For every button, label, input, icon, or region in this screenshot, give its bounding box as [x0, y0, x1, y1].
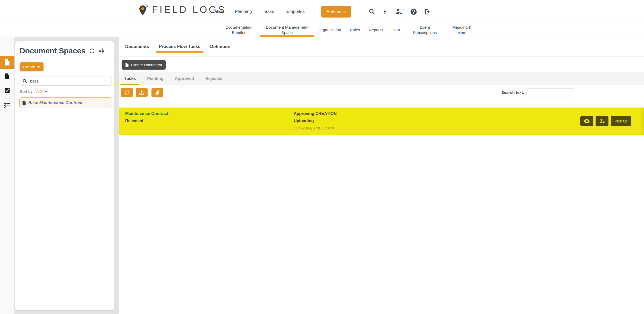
caret-down-icon [37, 66, 40, 68]
nav-planning[interactable]: Planning [235, 9, 252, 14]
refresh-icon [124, 90, 130, 95]
rail-item-tasks[interactable] [0, 87, 14, 94]
nav-tasks[interactable]: Tasks [263, 9, 274, 14]
tab-definition[interactable]: Definition [210, 37, 230, 56]
subtab-approved[interactable]: Approved [175, 72, 194, 85]
create-document-row: Create Document [119, 57, 644, 72]
task-step: Approving CREATION [294, 111, 337, 116]
panel-title: Document Spaces [20, 46, 86, 55]
enterprise-button[interactable]: Enterprise [321, 6, 351, 18]
rail-item-document-spaces[interactable] [0, 56, 14, 69]
task-status: Released [125, 119, 168, 123]
space-item-name: Base Maintenance Contract [28, 101, 82, 105]
subtab-tasks[interactable]: Tasks [124, 72, 136, 85]
subnav-documentation-bundles[interactable]: Documentation Bundles [218, 23, 260, 37]
create-document-button[interactable]: Create Document [122, 60, 166, 70]
task-search-input[interactable] [526, 88, 575, 96]
sort-control[interactable]: Sort by : A-Z [20, 89, 48, 94]
collapse-icon[interactable] [99, 48, 105, 54]
divider [3, 83, 11, 83]
nav-inbox[interactable]: Inbox [213, 9, 224, 14]
task-toolbar: Search text: [119, 85, 644, 108]
assign-user-button[interactable] [596, 116, 608, 126]
task-search-group: Search text: [501, 88, 575, 96]
chevron-down-icon [44, 90, 48, 93]
document-icon [22, 101, 26, 105]
subnav-document-management-space[interactable]: Document Management Space [260, 23, 314, 37]
search-icon [22, 79, 27, 84]
create-document-label: Create Document [131, 63, 162, 67]
header-icons [368, 8, 431, 15]
document-spaces-module: Document Spaces Create [14, 37, 119, 314]
tab-documents[interactable]: Documents [125, 37, 149, 56]
view-task-button[interactable] [580, 116, 593, 126]
rail-item-checklist[interactable] [0, 102, 14, 109]
create-space-button[interactable]: Create [20, 62, 44, 71]
space-tabbar: Documents Process Flow Tasks Definition [119, 37, 644, 57]
sort-value: A-Z [36, 89, 43, 94]
space-list-item-selected[interactable]: Base Maintenance Contract [19, 97, 112, 108]
document-lines-icon [5, 73, 10, 79]
document-spaces-panel: Document Spaces Create [15, 41, 114, 310]
space-search-box [20, 77, 112, 86]
help-icon[interactable] [410, 8, 417, 15]
download-icon [139, 90, 144, 95]
subnav-event-subscriptions[interactable]: Event Subscriptions [404, 23, 445, 37]
refresh-icon[interactable] [89, 48, 95, 54]
task-actions: Pick up [580, 116, 631, 126]
subnav-flagging-more[interactable]: Flagging & More [445, 23, 479, 37]
eye-icon [584, 119, 590, 123]
top-header: FIELD LOGS Inbox Planning Tasks Template… [0, 0, 644, 23]
subtab-rejected[interactable]: Rejected [205, 72, 223, 85]
lightning-icon[interactable] [382, 8, 388, 15]
task-row-highlighted[interactable]: Maintenance Contract Released Approving … [119, 108, 644, 135]
task-timestamp: 11/5/2024, 7:00:53 PM [294, 126, 337, 130]
subtab-pending[interactable]: Pending [147, 72, 163, 85]
header-nav: Inbox Planning Tasks Templates Enterpris… [213, 0, 431, 23]
left-icon-rail [0, 37, 14, 314]
subnav-reports[interactable]: Reports [365, 23, 387, 37]
pick-up-button[interactable]: Pick up [611, 116, 631, 126]
tab-process-flow-tasks[interactable]: Process Flow Tasks [159, 37, 200, 56]
copy-button[interactable] [151, 88, 163, 97]
subnav-organization[interactable]: Organization [314, 23, 345, 37]
enterprise-subnav: Documentation Bundles Document Managemen… [0, 23, 644, 37]
app-window: FIELD LOGS Inbox Planning Tasks Template… [0, 0, 644, 314]
rail-item-documents[interactable] [0, 73, 14, 80]
create-button-label: Create [23, 65, 35, 69]
location-pin-icon [138, 4, 148, 16]
check-square-icon [4, 87, 10, 94]
search-icon[interactable] [368, 8, 375, 15]
task-subtabs: Tasks Pending Approved Rejected [119, 72, 644, 85]
nav-templates[interactable]: Templates [285, 9, 304, 14]
task-phase: Uploading [294, 119, 337, 123]
search-text-label: Search text: [501, 90, 524, 95]
task-document-name: Maintenance Contract [125, 111, 168, 116]
refresh-button[interactable] [121, 88, 133, 97]
assign-user-icon [599, 118, 605, 124]
logout-icon[interactable] [424, 8, 431, 15]
copy-icon [155, 90, 160, 95]
row-scroll-strip [641, 108, 644, 135]
main-content: Documents Process Flow Tasks Definition … [119, 37, 644, 314]
space-search-input[interactable] [30, 79, 109, 84]
checklist-icon [4, 102, 11, 108]
subnav-data[interactable]: Data [387, 23, 404, 37]
brand-logo[interactable]: FIELD LOGS [138, 4, 226, 16]
document-icon [4, 59, 10, 66]
user-settings-icon[interactable] [395, 8, 403, 15]
document-icon [125, 63, 129, 67]
download-button[interactable] [136, 88, 148, 97]
subnav-roles[interactable]: Roles [345, 23, 365, 37]
divider [3, 97, 11, 97]
sort-label: Sort by : [20, 89, 35, 94]
